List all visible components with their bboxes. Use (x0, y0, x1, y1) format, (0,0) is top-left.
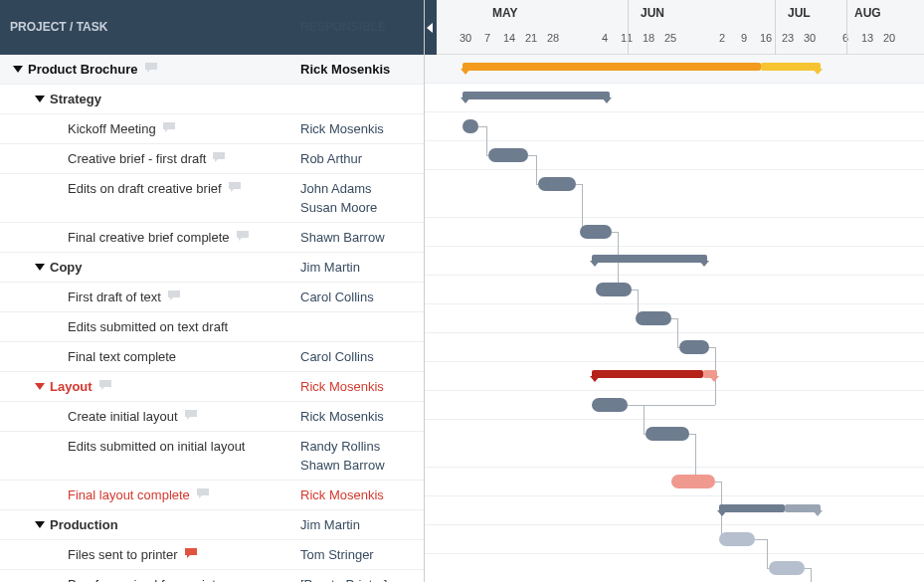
responsible: Jim Martin (300, 515, 424, 534)
responsible: [Pronto Printer] (300, 575, 424, 582)
gantt-summary-bar[interactable] (462, 63, 761, 71)
day-label: 14 (498, 28, 520, 48)
task-row[interactable]: Creative brief - first draftRob Arthur (0, 144, 424, 174)
project-row[interactable]: Product BrochureRick Mosenkis (0, 55, 424, 85)
task-row[interactable]: Final text completeCarol Collins (0, 342, 424, 372)
day-label: 23 (777, 28, 799, 48)
month-label: JUN (641, 6, 664, 20)
left-header: PROJECT / TASK RESPONSIBLE (0, 0, 424, 55)
task-name[interactable]: Create initial layout (68, 407, 178, 426)
gantt-summary-bar[interactable] (462, 92, 610, 99)
gantt-task-bar[interactable] (671, 475, 715, 488)
comment-icon[interactable] (196, 487, 210, 500)
day-label: 16 (755, 28, 777, 48)
task-row[interactable]: Edits submitted on initial layoutRandy R… (0, 432, 424, 481)
task-name[interactable]: Copy (50, 258, 83, 277)
comment-icon[interactable] (184, 409, 198, 422)
day-label: 30 (455, 28, 476, 48)
task-name[interactable]: Edits submitted on text draft (68, 317, 228, 336)
task-name[interactable]: Edits submitted on initial layout (68, 437, 245, 456)
collapse-left-panel[interactable] (425, 0, 437, 55)
toggle-icon[interactable] (34, 380, 46, 392)
header-responsible: RESPONSIBLE (300, 18, 424, 37)
toggle-icon[interactable] (12, 63, 24, 75)
svg-marker-5 (427, 23, 433, 33)
task-name[interactable]: Kickoff Meeting (68, 119, 156, 138)
task-name[interactable]: Final layout complete (68, 485, 190, 504)
task-name[interactable]: Layout (50, 377, 92, 396)
responsible: Rick Mosenkis (300, 407, 424, 426)
gantt-task-bar[interactable] (488, 148, 528, 162)
header-task: PROJECT / TASK (0, 18, 300, 37)
comment-icon[interactable] (236, 230, 250, 243)
responsible: Randy RollinsShawn Barrow (300, 437, 424, 475)
gantt-summary-bar[interactable] (761, 63, 821, 71)
comment-icon[interactable] (162, 121, 176, 134)
comment-icon[interactable] (144, 62, 158, 75)
day-label: 6 (834, 28, 856, 48)
comment-icon[interactable] (98, 379, 112, 392)
gantt-task-bar[interactable] (679, 340, 709, 354)
task-name[interactable]: Strategy (50, 90, 101, 108)
task-name[interactable]: Product Brochure (28, 60, 138, 79)
task-row[interactable]: Kickoff MeetingRick Mosenkis (0, 114, 424, 144)
day-label: 7 (476, 28, 498, 48)
comment-icon[interactable] (184, 547, 198, 560)
task-name[interactable]: Proofs received from printer (68, 575, 227, 582)
day-label: 30 (799, 28, 821, 48)
svg-marker-0 (13, 66, 23, 73)
gantt-task-bar[interactable] (769, 561, 805, 575)
task-name[interactable]: Final creative brief complete (68, 228, 230, 247)
task-name[interactable]: First draft of text (68, 288, 161, 306)
task-row[interactable]: Edits submitted on text draft (0, 312, 424, 342)
group-row[interactable]: CopyJim Martin (0, 253, 424, 283)
task-name[interactable]: Production (50, 515, 118, 534)
task-row[interactable]: Files sent to printerTom Stringer (0, 540, 424, 570)
group-row[interactable]: LayoutRick Mosenkis (0, 372, 424, 402)
gantt-summary-bar[interactable] (719, 504, 785, 512)
day-label: 25 (659, 28, 681, 48)
gantt-task-bar[interactable] (592, 398, 628, 412)
toggle-icon[interactable] (34, 261, 46, 273)
responsible: Tom Stringer (300, 545, 424, 564)
svg-marker-4 (35, 521, 45, 528)
responsible: Rick Mosenkis (300, 377, 424, 396)
toggle-icon[interactable] (34, 518, 46, 530)
day-label: 20 (878, 28, 900, 48)
task-row[interactable]: First draft of textCarol Collins (0, 283, 424, 312)
responsible: Rick Mosenkis (300, 60, 424, 79)
comment-icon[interactable] (167, 290, 181, 302)
group-row[interactable]: ProductionJim Martin (0, 510, 424, 540)
gantt-task-bar[interactable] (462, 119, 478, 133)
task-name[interactable]: Creative brief - first draft (68, 149, 206, 168)
comment-icon[interactable] (228, 181, 242, 194)
svg-marker-1 (35, 96, 45, 102)
comment-icon[interactable] (212, 151, 226, 164)
task-row[interactable]: Edits on draft creative briefJohn AdamsS… (0, 174, 424, 223)
task-row[interactable]: Create initial layoutRick Mosenkis (0, 402, 424, 432)
responsible: Rob Arthur (300, 149, 424, 168)
task-name[interactable]: Files sent to printer (68, 545, 178, 564)
task-name[interactable]: Final text complete (68, 347, 176, 366)
task-name[interactable]: Edits on draft creative brief (68, 179, 222, 198)
task-row[interactable]: Proofs received from printer[Pronto Prin… (0, 570, 424, 582)
svg-marker-3 (35, 383, 45, 390)
toggle-icon[interactable] (34, 93, 46, 104)
responsible: Carol Collins (300, 347, 424, 366)
gantt-task-bar[interactable] (596, 283, 632, 296)
gantt-summary-bar[interactable] (592, 370, 703, 378)
day-label: 11 (616, 28, 638, 48)
gantt-summary-bar[interactable] (592, 255, 707, 263)
gantt-task-bar[interactable] (646, 427, 689, 441)
task-row[interactable]: Final creative brief completeShawn Barro… (0, 223, 424, 253)
gantt-task-bar[interactable] (636, 311, 671, 325)
day-label: 21 (520, 28, 542, 48)
month-label: MAY (492, 6, 518, 20)
gantt-task-bar[interactable] (538, 177, 576, 191)
responsible: Shawn Barrow (300, 228, 424, 247)
gantt-task-bar[interactable] (719, 532, 755, 546)
gantt-task-bar[interactable] (580, 225, 612, 239)
responsible: Jim Martin (300, 258, 424, 277)
group-row[interactable]: Strategy (0, 85, 424, 114)
task-row[interactable]: Final layout completeRick Mosenkis (0, 481, 424, 510)
